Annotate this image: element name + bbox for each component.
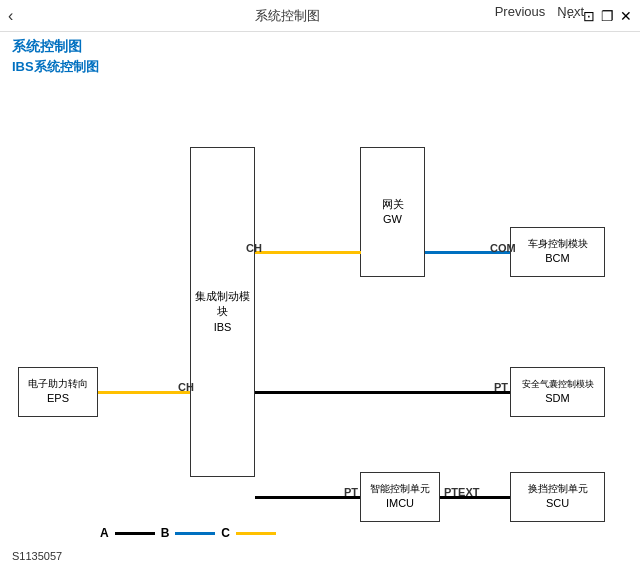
bcm-label2: BCM bbox=[545, 251, 569, 266]
bcm-label1: 车身控制模块 bbox=[528, 237, 588, 251]
eps-label1: 电子助力转向 bbox=[28, 377, 88, 391]
label-ch-left: CH bbox=[178, 381, 194, 393]
legend-a-label: A bbox=[100, 526, 109, 540]
scu-label2: SCU bbox=[546, 496, 569, 511]
nav-buttons: Previous Next bbox=[495, 4, 584, 19]
legend-c-label: C bbox=[221, 526, 230, 540]
label-pt-ext: PTEXT bbox=[444, 486, 479, 498]
footer: S1135057 bbox=[12, 550, 62, 562]
sdm-label2: SDM bbox=[545, 391, 569, 406]
footer-ref: S1135057 bbox=[12, 550, 62, 562]
header-area: 系统控制图 IBS系统控制图 bbox=[0, 32, 640, 78]
box-imcu: 智能控制单元 IMCU bbox=[360, 472, 440, 522]
close-icon[interactable]: ✕ bbox=[620, 8, 632, 24]
scu-label1: 换挡控制单元 bbox=[528, 482, 588, 496]
label-pt-right: PT bbox=[494, 381, 508, 393]
sdm-label1: 安全气囊控制模块 bbox=[522, 378, 594, 391]
previous-button[interactable]: Previous bbox=[495, 4, 546, 19]
legend-line-a bbox=[115, 532, 155, 535]
next-button[interactable]: Next bbox=[557, 4, 584, 19]
gw-label1: 网关 bbox=[382, 197, 404, 212]
box-scu: 换挡控制单元 SCU bbox=[510, 472, 605, 522]
restore-icon[interactable]: ❐ bbox=[601, 8, 614, 24]
box-eps: 电子助力转向 EPS bbox=[18, 367, 98, 417]
imcu-label1: 智能控制单元 bbox=[370, 482, 430, 496]
imcu-label2: IMCU bbox=[386, 496, 414, 511]
label-pt-left: PT bbox=[344, 486, 358, 498]
diagram: 集成制动模块 IBS 网关 GW 车身控制模块 BCM 电子助力转向 EPS 安… bbox=[0, 82, 640, 570]
top-bar-title: 系统控制图 bbox=[13, 7, 562, 25]
sub-title: IBS系统控制图 bbox=[12, 58, 628, 76]
ibs-label2: IBS bbox=[214, 320, 232, 335]
label-com: COM bbox=[490, 242, 516, 254]
window-icon[interactable]: ⊡ bbox=[583, 8, 595, 24]
ibs-label1: 集成制动模块 bbox=[191, 289, 254, 320]
main-title: 系统控制图 bbox=[12, 38, 628, 56]
label-ch-right: CH bbox=[246, 242, 262, 254]
legend-line-c bbox=[236, 532, 276, 535]
line-ch-yellow-eps bbox=[98, 391, 190, 394]
box-ibs: 集成制动模块 IBS bbox=[190, 147, 255, 477]
box-gw: 网关 GW bbox=[360, 147, 425, 277]
box-sdm: 安全气囊控制模块 SDM bbox=[510, 367, 605, 417]
gw-label2: GW bbox=[383, 212, 402, 227]
line-ch-yellow-gw bbox=[255, 251, 361, 254]
legend-b-label: B bbox=[161, 526, 170, 540]
eps-label2: EPS bbox=[47, 391, 69, 406]
box-bcm: 车身控制模块 BCM bbox=[510, 227, 605, 277]
line-pt-black-sdm bbox=[255, 391, 510, 394]
legend: A B C bbox=[100, 526, 276, 540]
legend-line-b bbox=[175, 532, 215, 535]
